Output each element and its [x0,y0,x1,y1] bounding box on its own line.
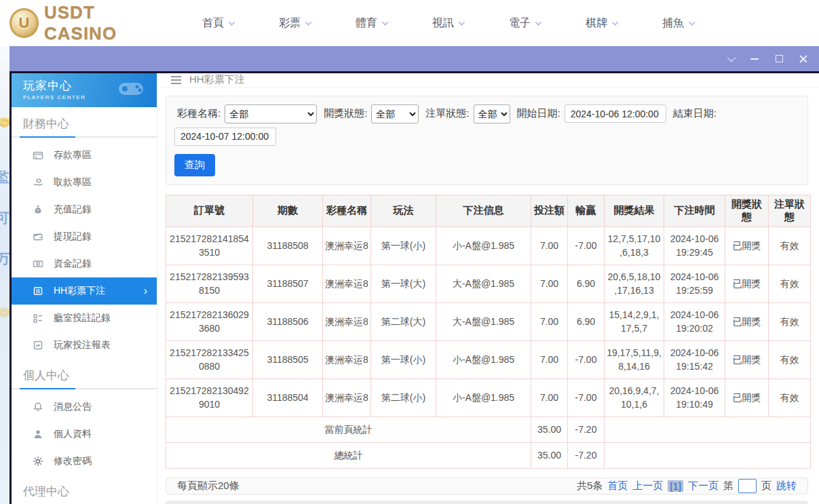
hamburger-icon[interactable] [171,76,181,84]
cell-draw-result: 15,14,2,9,1,17,5,7 [605,303,664,341]
cell-bet-time: 2024-10-06 19:25:59 [664,265,725,303]
cell-winloss: -7.00 [568,227,605,265]
pagination-panel: 每頁顯示20條 共5条 首页 上一页 [1] 下一页 第 页 跳转 [166,478,808,495]
sidebar-item-change-password[interactable]: 修改密碼 [12,448,157,475]
hand-coin-icon [33,177,43,188]
table-header-row: 訂單號 期數 彩種名稱 玩法 下注信息 投注額 輸贏 開獎結果 下注時間 開獎狀… [166,195,811,227]
cell-bet-time: 2024-10-06 19:29:45 [664,227,725,265]
jump-suffix: 页 [761,480,772,492]
cell-bet-info: 小-A盤@1.985 [436,379,531,416]
cell-bet-amount: 7.00 [531,227,568,265]
prev-page-link[interactable]: 上一页 [632,480,663,492]
col-winloss: 輸贏 [568,195,605,227]
cell-bet-info: 小-A盤@1.985 [436,227,531,265]
order-status-select[interactable]: 全部 [474,104,510,123]
sidebar-item-withdrawal-record[interactable]: 提現記錄 [12,223,157,250]
chevron-down-icon [305,19,312,26]
cell-order-id: 2152172821418543510 [166,227,253,265]
col-bet-info: 下注信息 [436,195,531,227]
cell-order-id: 2152172821360293680 [166,303,253,341]
sidebar: 玩家中心 PLAYERS CENTER 財務中心 存款專區 取款專區 ¥ 充值記… [12,73,157,504]
sidebar-item-withdraw[interactable]: 取款專區 [12,169,157,196]
cell-playtype: 第一球(小) [371,227,436,265]
minimize-icon[interactable] [747,53,762,65]
sidebar-item-funds-record[interactable]: 資金記錄 [12,250,157,277]
site-logo[interactable]: U USDT CASINO [0,2,170,44]
next-page-link[interactable]: 下一页 [688,480,719,492]
cell-playtype: 第二球(大) [371,303,436,341]
sidebar-item-recharge-record[interactable]: ¥ 充值記錄 [12,196,157,223]
nav-item-sports[interactable]: 體育 [356,16,387,31]
sidebar-item-deposit[interactable]: 存款專區 [12,142,157,169]
cell-playtype: 第一球(大) [371,265,436,303]
sidebar-item-announcements[interactable]: 消息公告 [12,393,157,421]
maximize-icon[interactable] [772,53,786,65]
nav-item-slots[interactable]: 電子 [509,16,541,31]
jump-page-input[interactable] [738,479,757,493]
page-header: HH彩票下注 [157,73,819,88]
nav-label: 捕魚 [662,16,684,31]
cell-draw-result: 12,7,5,17,10,6,18,3 [605,227,664,265]
sidebar-item-label: 存款專區 [54,149,92,161]
nav-item-fishing[interactable]: 捕魚 [662,16,694,31]
cell-bet-amount: 7.00 [531,303,568,341]
sidebar-item-profile[interactable]: 個人資料 [12,421,157,448]
main-content: HH彩票下注 彩種名稱: 全部 開獎狀態: 全部 注單狀態: 全部 開始日期: … [157,73,819,504]
usdt-coin-icon: U [9,8,39,38]
first-page-link[interactable]: 首页 [607,480,628,492]
background-glyph: 🤝 [0,114,9,130]
start-date-input[interactable] [565,104,666,123]
sidebar-item-label: 玩家投注報表 [54,339,111,351]
cell-order-id: 2152172821395938150 [166,265,253,303]
cell-bet-amount: 7.00 [531,265,568,303]
section-personal-center: 個人中心 [12,359,157,388]
cell-draw-result: 20,6,5,18,10,17,16,13 [605,265,664,303]
cell-draw-status: 已開獎 [725,341,769,379]
cell-lottery-name: 澳洲幸运8 [323,265,371,303]
chevron-down-icon [612,19,619,26]
nav-label: 視訊 [432,16,454,31]
sidebar-item-player-bet-report[interactable]: 玩家投注報表 [12,332,157,359]
nav-item-boardgames[interactable]: 棋牌 [586,16,617,31]
cell-playtype: 第一球(小) [371,341,436,379]
total-count: 共5条 [577,480,603,492]
table-row: 2152172821334250880 31188505 澳洲幸运8 第一球(小… [166,341,811,379]
draw-status-select[interactable]: 全部 [371,104,419,123]
sidebar-item-label: 充值記錄 [54,203,92,216]
bets-table-wrap: 訂單號 期數 彩種名稱 玩法 下注信息 投注額 輸贏 開獎結果 下注時間 開獎狀… [166,195,808,469]
col-bet-amount: 投注額 [531,195,568,227]
col-playtype: 玩法 [371,195,436,227]
sidebar-item-label: 消息公告 [54,401,92,413]
chevron-right-icon: › [144,285,147,297]
pager: 共5条 首页 上一页 [1] 下一页 第 页 跳转 [577,479,797,493]
sidebar-item-hh-lottery-bet[interactable]: HH彩票下注 › [12,277,157,305]
bell-icon [33,402,43,412]
cell-draw-result: 19,17,5,11,9,8,14,16 [605,341,664,379]
wallet-icon [33,231,43,242]
jump-link[interactable]: 跳转 [776,480,797,492]
nav-item-live[interactable]: 視訊 [432,16,464,31]
nav-label: 首頁 [202,16,224,31]
cell-winloss: -7.00 [568,341,605,379]
background-glyph: 万 [0,250,9,268]
col-issue: 期數 [253,195,323,227]
collapse-icon[interactable] [723,53,738,65]
section-finance-center: 財務中心 [12,107,157,136]
search-button[interactable]: 查詢 [174,154,215,176]
nav-item-home[interactable]: 首頁 [202,16,234,31]
section-agent-center: 代理中心 [12,475,157,504]
nav-item-lottery[interactable]: 彩票 [279,16,311,31]
sidebar-item-label: 資金記錄 [54,258,92,270]
background-glyph: 可 [0,209,9,227]
total-summary-row: 總統計 35.00 -7.20 [166,442,811,468]
cell-order-status: 有效 [769,265,811,303]
cell-bet-time: 2024-10-06 19:10:49 [664,379,725,416]
window-titlebar [9,46,819,71]
end-date-input[interactable] [174,128,276,146]
cell-order-id: 2152172821304929010 [166,379,253,416]
close-icon[interactable] [796,53,811,65]
players-center-window: 玩家中心 PLAYERS CENTER 財務中心 存款專區 取款專區 ¥ 充值記… [9,71,819,504]
chevron-down-icon [459,19,465,26]
lottery-name-select[interactable]: 全部 [225,104,317,123]
sidebar-item-room-bet-record[interactable]: 廳室投註記錄 [12,305,157,332]
